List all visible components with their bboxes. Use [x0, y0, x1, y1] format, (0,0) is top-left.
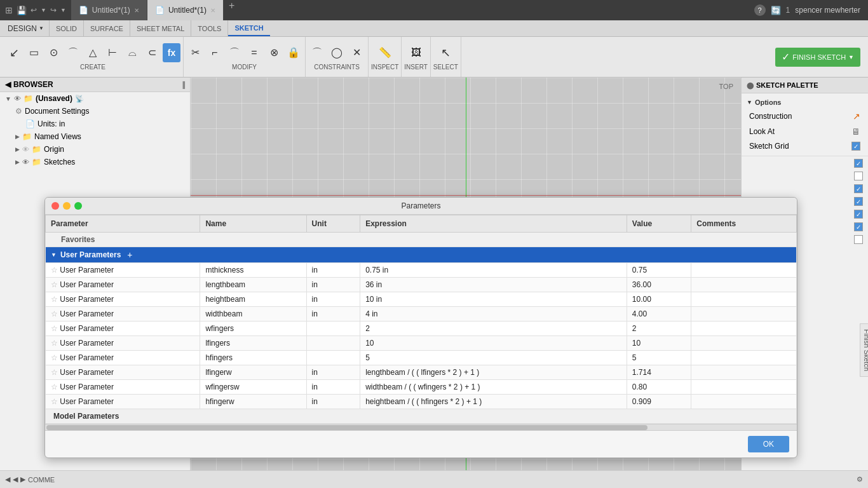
sketches-visibility[interactable]: 👁	[22, 158, 29, 166]
settings-gear-icon[interactable]: ⚙	[857, 475, 863, 484]
fx-tool[interactable]: fx	[163, 43, 180, 62]
table-row[interactable]: ☆ User Parameter widthbeam in 4 in 4.00	[46, 307, 797, 322]
browser-item-root[interactable]: ▼ 👁 📁 (Unsaved) 📡	[0, 92, 190, 105]
table-row[interactable]: ☆ User Parameter wfingersw in widthbeam …	[46, 380, 797, 395]
table-row[interactable]: ☆ User Parameter heightbeam in 10 in 10.…	[46, 292, 797, 307]
inspect-tool[interactable]: 📏	[376, 43, 394, 62]
save-icon[interactable]: 💾	[17, 6, 27, 15]
dialog-min-btn[interactable]	[63, 202, 71, 210]
origin-expand[interactable]: ▶	[15, 146, 20, 152]
checkbox-6[interactable]: ✓	[854, 222, 863, 231]
mirror-tool[interactable]: ⊗	[265, 43, 283, 62]
browser-item-units[interactable]: 📄 Units: in	[0, 118, 190, 130]
table-row[interactable]: ☆ User Parameter lengthbeam in 36 in 36.…	[46, 278, 797, 292]
origin-visibility[interactable]: 👁	[22, 146, 29, 153]
browser-item-sketches[interactable]: ▶ 👁 📁 Sketches	[0, 156, 190, 168]
sketch-grid-checkbox[interactable]: ✓	[851, 142, 860, 151]
nav-collapse[interactable]: ◀	[13, 475, 18, 484]
checkbox-4[interactable]: ✓	[854, 197, 863, 206]
checkbox-7[interactable]	[854, 235, 863, 244]
fillet-tool[interactable]: ⌒	[226, 43, 243, 62]
insert-tool[interactable]: 🖼	[407, 43, 425, 62]
add-user-param-btn[interactable]: +	[125, 250, 135, 260]
tab-2[interactable]: 📄 Untitled*(1) ✕	[147, 0, 224, 20]
undo-dropdown[interactable]: ▼	[41, 7, 46, 13]
checkbox-1[interactable]: ✓	[854, 159, 863, 168]
bracket-tool[interactable]: ⊢	[104, 43, 121, 62]
arc-tool[interactable]: ⌒	[64, 43, 82, 62]
help-btn[interactable]: ?	[754, 4, 766, 16]
star-icon[interactable]: ☆	[51, 397, 58, 406]
finish-sketch-side-btn[interactable]: Finish Sketch	[860, 323, 868, 377]
browser-collapse-btn[interactable]: ▐	[180, 81, 185, 88]
star-icon[interactable]: ☆	[51, 324, 58, 333]
line-tool[interactable]: ↙	[5, 43, 23, 62]
triangle-tool[interactable]: △	[84, 43, 102, 62]
extend-tool[interactable]: ⌐	[206, 43, 224, 62]
app-grid-icon[interactable]: ⊞	[5, 5, 13, 15]
constraint1[interactable]: ⌒	[308, 43, 326, 62]
options-header[interactable]: ▼ Options	[742, 96, 868, 109]
mode-tools[interactable]: TOOLS	[191, 20, 228, 36]
user-params-row[interactable]: ▼ User Parameters +	[46, 247, 797, 263]
tab1-close[interactable]: ✕	[134, 7, 139, 14]
select-tool[interactable]: ↖	[437, 43, 454, 62]
browser-item-doc-settings[interactable]: ⚙ Document Settings	[0, 105, 190, 118]
sync-icon[interactable]: 🔄	[771, 6, 781, 15]
ok-button[interactable]: OK	[748, 436, 789, 452]
construction-icon[interactable]: ↗	[853, 111, 860, 121]
finish-sketch-dropdown[interactable]: ▼	[848, 54, 854, 60]
constraint3[interactable]: ✕	[348, 43, 365, 62]
tab-1[interactable]: 📄 Untitled*(1) ✕	[71, 0, 147, 20]
table-row[interactable]: ☆ User Parameter mthickness in 0.75 in 0…	[46, 263, 797, 278]
table-row[interactable]: ☆ User Parameter lfingerw in lengthbeam …	[46, 365, 797, 380]
mode-sketch[interactable]: SKETCH	[228, 20, 269, 36]
star-icon[interactable]: ☆	[51, 368, 58, 377]
spline-tool[interactable]: ⌓	[123, 43, 141, 62]
dialog-max-btn[interactable]	[74, 202, 82, 210]
star-icon[interactable]: ☆	[51, 295, 58, 304]
root-broadcast[interactable]: 📡	[75, 95, 84, 103]
lock-tool[interactable]: 🔒	[285, 43, 302, 62]
browser-item-origin[interactable]: ▶ 👁 📁 Origin	[0, 143, 190, 156]
star-icon[interactable]: ☆	[51, 383, 58, 391]
mode-surface[interactable]: SURFACE	[84, 20, 130, 36]
new-tab-btn[interactable]: +	[224, 0, 240, 20]
finish-sketch-button[interactable]: ✓ FINISH SKETCH ▼	[775, 48, 860, 67]
root-visibility[interactable]: 👁	[14, 95, 21, 102]
star-icon[interactable]: ☆	[51, 280, 58, 289]
table-row[interactable]: ☆ User Parameter hfingers 5 5	[46, 351, 797, 365]
checkbox-5[interactable]: ✓	[854, 210, 863, 219]
checkbox-3[interactable]: ✓	[854, 184, 863, 193]
trim-tool[interactable]: ✂	[186, 43, 204, 62]
redo-icon[interactable]: ↪	[50, 6, 57, 15]
mode-solid[interactable]: SOLID	[50, 20, 84, 36]
browser-item-named-views[interactable]: ▶ 📁 Named Views	[0, 130, 190, 143]
nav-next[interactable]: ▶	[20, 475, 25, 484]
equal-tool[interactable]: =	[245, 43, 263, 62]
tab2-close[interactable]: ✕	[210, 7, 215, 14]
star-icon[interactable]: ☆	[51, 353, 58, 362]
redo-dropdown[interactable]: ▼	[60, 7, 66, 13]
horizontal-scrollbar[interactable]	[45, 424, 797, 430]
mode-sheet-metal[interactable]: SHEET METAL	[130, 20, 191, 36]
checkbox-2[interactable]	[854, 172, 863, 180]
rect-tool[interactable]: ▭	[25, 43, 43, 62]
collapse-icon[interactable]: ◀	[5, 80, 11, 89]
nav-prev[interactable]: ◀	[5, 475, 10, 484]
circle-tool[interactable]: ⊙	[44, 43, 62, 62]
sketches-expand[interactable]: ▶	[15, 159, 20, 165]
star-icon[interactable]: ☆	[51, 339, 58, 348]
constraint2[interactable]: ◯	[328, 43, 346, 62]
table-row[interactable]: ☆ User Parameter hfingerw in heightbeam …	[46, 395, 797, 409]
design-dropdown[interactable]: DESIGN ▼	[3, 20, 50, 36]
look-at-icon[interactable]: 🖥	[851, 126, 860, 137]
undo-icon[interactable]: ↩	[31, 6, 37, 15]
table-row[interactable]: ☆ User Parameter lfingers 10 10	[46, 336, 797, 351]
star-icon[interactable]: ☆	[51, 309, 58, 318]
root-expand[interactable]: ▼	[5, 95, 11, 102]
star-icon[interactable]: ☆	[51, 266, 58, 274]
scrollbar-thumb[interactable]	[46, 425, 648, 430]
named-views-expand[interactable]: ▶	[15, 133, 20, 140]
table-row[interactable]: ☆ User Parameter wfingers 2 2	[46, 322, 797, 336]
